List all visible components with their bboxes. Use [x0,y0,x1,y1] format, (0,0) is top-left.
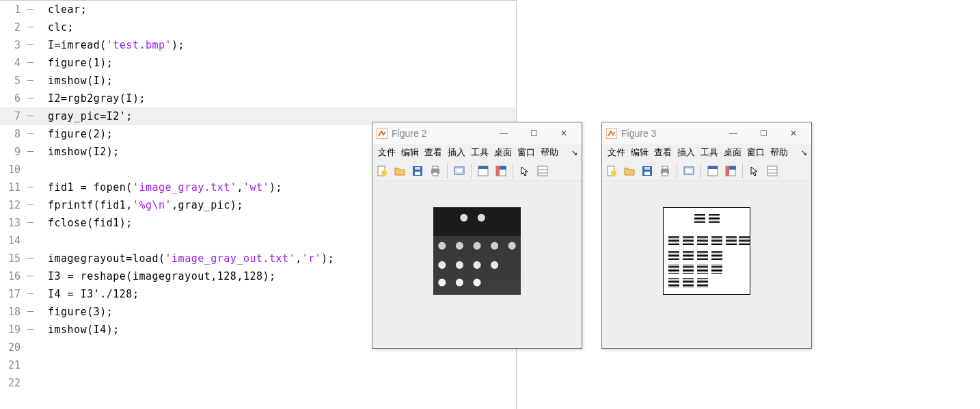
menu-desktop[interactable]: 桌面 [721,146,744,159]
menu-view[interactable]: 查看 [651,146,675,159]
data-cursor-icon[interactable] [764,163,780,179]
code-text[interactable]: fclose(fid1); [48,214,133,232]
maximize-button[interactable]: ☐ [519,122,549,144]
line-number: 8 [0,125,23,143]
menubar[interactable]: 文件 编辑 查看 插入 工具 桌面 窗口 帮助 ↘ [372,144,582,161]
menu-insert[interactable]: 插入 [445,146,468,159]
toolbar-separator [447,163,448,179]
new-file-icon[interactable] [374,163,390,179]
matlab-figure-icon [377,128,387,139]
open-folder-icon[interactable] [621,163,638,179]
menu-view[interactable]: 查看 [422,146,445,159]
dock-icon[interactable] [705,163,721,179]
menu-help[interactable]: 帮助 [538,146,561,159]
panel-icon[interactable] [722,163,739,179]
toolbar[interactable] [372,161,582,181]
code-line[interactable]: 4—figure(1); [0,54,516,72]
image-feature [711,250,722,260]
close-button[interactable]: ✕ [549,122,579,144]
figure-3-window[interactable]: Figure 3 — ☐ ✕ 文件 编辑 查看 插入 工具 桌面 窗口 帮助 ↘ [601,122,812,349]
menu-edit[interactable]: 编辑 [398,146,422,159]
code-text[interactable]: I=imread('test.bmp'); [48,36,185,54]
new-file-icon[interactable] [603,163,620,179]
save-icon[interactable] [409,163,426,179]
close-button[interactable]: ✕ [778,122,808,144]
toolbar-separator [677,163,677,179]
menu-file[interactable]: 文件 [605,146,628,159]
code-line[interactable]: 5—imshow(I); [0,72,516,90]
code-text[interactable]: figure(3); [48,303,113,321]
code-text[interactable]: fid1 = fopen('image_gray.txt','wt'); [48,179,282,196]
menu-insert[interactable]: 插入 [675,146,698,159]
toolbar[interactable] [602,161,811,181]
image-feature [668,250,679,260]
figure-2-window[interactable]: Figure 2 — ☐ ✕ 文件 编辑 查看 插入 工具 桌面 窗口 帮助 ↘ [372,122,582,349]
titlebar[interactable]: Figure 3 — ☐ ✕ [602,122,811,144]
menu-window[interactable]: 窗口 [744,146,767,159]
figure-title: Figure 2 [392,128,489,139]
code-text[interactable]: imshow(I); [48,72,113,90]
minimize-button[interactable]: — [718,122,748,144]
menubar[interactable]: 文件 编辑 查看 插入 工具 桌面 窗口 帮助 ↘ [602,144,811,161]
code-text[interactable]: I3 = reshape(imagegrayout,128,128); [48,267,276,285]
image-feature [668,278,679,287]
menu-file[interactable]: 文件 [375,146,398,159]
line-number: 16 [0,267,23,285]
menu-overflow-icon[interactable]: ↘ [798,148,811,157]
code-text[interactable]: clc; [48,18,74,36]
code-text[interactable]: figure(1); [48,54,113,72]
code-text[interactable]: imshow(I4); [48,321,120,339]
screenshot-icon[interactable] [681,163,697,179]
code-line[interactable]: 21 [0,356,516,374]
code-text[interactable]: imagegrayout=load('image_gray_out.txt','… [48,250,334,267]
image-feature [697,250,708,260]
titlebar[interactable]: Figure 2 — ☐ ✕ [372,122,582,144]
screenshot-icon[interactable] [451,163,467,179]
svg-point-2 [381,170,387,176]
line-number: 1 [0,1,23,18]
save-icon[interactable] [639,163,655,179]
svg-rect-14 [496,166,500,176]
panel-icon[interactable] [493,163,509,179]
menu-help[interactable]: 帮助 [767,146,791,159]
svg-rect-15 [500,166,506,170]
fold-dash-icon: — [23,125,48,143]
menu-overflow-icon[interactable]: ↘ [569,148,582,157]
print-icon[interactable] [427,163,444,179]
line-number: 20 [0,339,23,356]
data-cursor-icon[interactable] [534,163,551,179]
menu-desktop[interactable]: 桌面 [491,146,515,159]
fold-dash-icon: — [23,179,48,196]
code-text[interactable]: imshow(I2); [48,143,120,161]
svg-rect-33 [726,166,729,176]
menu-tools[interactable]: 工具 [698,146,721,159]
svg-rect-12 [478,166,488,169]
code-line[interactable]: 6—I2=rgb2gray(I); [0,90,516,107]
fold-dash-icon: — [23,143,48,161]
code-text[interactable]: I2=rgb2gray(I); [48,90,146,107]
code-line[interactable]: 2—clc; [0,18,516,36]
menu-edit[interactable]: 编辑 [628,146,651,159]
code-text[interactable]: figure(2); [48,125,113,143]
pointer-icon[interactable] [517,163,533,179]
svg-rect-34 [729,166,736,170]
pointer-icon[interactable] [746,163,763,179]
code-text[interactable]: I4 = I3'./128; [48,285,139,303]
print-icon[interactable] [657,163,673,179]
line-number: 7 [0,107,23,125]
code-text[interactable]: fprintf(fid1,'%g\n',gray_pic); [48,196,243,214]
code-line[interactable]: 1—clear; [0,1,516,18]
menu-window[interactable]: 窗口 [515,146,538,159]
fold-dash-icon: — [23,90,48,107]
line-number: 22 [0,374,23,392]
code-line[interactable]: 22 [0,374,516,392]
toolbar-separator [471,163,472,179]
open-folder-icon[interactable] [392,163,408,179]
menu-tools[interactable]: 工具 [468,146,491,159]
code-text[interactable]: clear; [48,1,87,18]
code-line[interactable]: 3—I=imread('test.bmp'); [0,36,516,54]
minimize-button[interactable]: — [489,122,519,144]
dock-icon[interactable] [475,163,491,179]
code-text[interactable]: gray_pic=I2'; [48,107,133,125]
maximize-button[interactable]: ☐ [748,122,778,144]
